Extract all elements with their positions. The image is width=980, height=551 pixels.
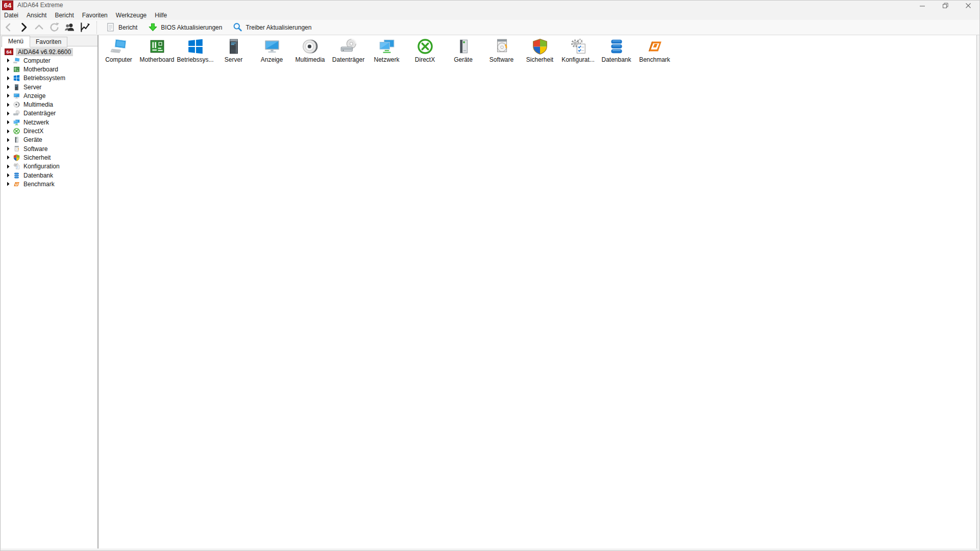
users-button[interactable] — [62, 21, 77, 34]
chevron-right-icon[interactable] — [6, 129, 11, 134]
tree-item-directx[interactable]: DirectX — [1, 127, 97, 135]
tree-item-software[interactable]: Software — [1, 144, 97, 153]
driver-updates-button[interactable]: Treiber Aktualisierungen — [229, 21, 315, 34]
aida64-logo-icon: 64 — [2, 1, 13, 10]
menu-item-datei[interactable]: Datei — [0, 11, 22, 20]
tree-item-label: Software — [23, 145, 47, 153]
main-item-software[interactable]: Software — [482, 37, 521, 63]
menu-item-ansicht[interactable]: Ansicht — [22, 11, 51, 20]
refresh-button[interactable] — [46, 21, 62, 34]
chevron-right-icon[interactable] — [6, 172, 11, 178]
main-item-betriebssystem[interactable]: Betriebssys... — [176, 37, 214, 63]
directx-icon — [13, 128, 20, 135]
tree-item-geraete[interactable]: Geräte — [1, 136, 97, 144]
main-item-label: Konfigurat... — [561, 56, 595, 63]
tree-item-datenbank[interactable]: Datenbank — [1, 171, 97, 180]
benchmark-icon — [646, 38, 664, 55]
chevron-right-icon[interactable] — [6, 76, 11, 81]
toolbar-separator — [96, 21, 97, 34]
chevron-right-icon[interactable] — [6, 111, 11, 116]
bios-updates-button[interactable]: BIOS Aktualisierungen — [144, 21, 226, 34]
users-icon — [64, 22, 75, 33]
main-item-motherboard[interactable]: Motherboard — [138, 37, 176, 63]
security-shield-icon — [13, 154, 20, 161]
main-item-geraete[interactable]: Geräte — [444, 37, 482, 63]
tree-item-datentraeger[interactable]: Datenträger — [1, 109, 97, 118]
tree-item-anzeige[interactable]: Anzeige — [1, 91, 97, 100]
tree-item-betriebssystem[interactable]: Betriebssystem — [1, 74, 97, 83]
motherboard-icon — [13, 66, 20, 73]
app-window: 64 AIDA64 Extreme Datei Ansicht Bericht … — [0, 0, 980, 551]
navigation-tree: 64 AIDA64 v6.92.6600 Computer Motherboar… — [1, 46, 97, 188]
chevron-right-icon[interactable] — [6, 58, 11, 63]
window-title: AIDA64 Extreme — [17, 0, 63, 11]
chevron-right-icon[interactable] — [6, 164, 11, 169]
back-button[interactable] — [1, 21, 16, 34]
menu-item-werkzeuge[interactable]: Werkzeuge — [112, 11, 151, 20]
tab-favoriten[interactable]: Favoriten — [30, 37, 67, 47]
menu-item-hilfe[interactable]: Hilfe — [151, 11, 171, 20]
chevron-right-icon[interactable] — [6, 84, 11, 90]
tree-item-aida64-root[interactable]: 64 AIDA64 v6.92.6600 — [1, 47, 97, 56]
main-item-sicherheit[interactable]: Sicherheit — [521, 37, 559, 63]
devices-icon — [13, 136, 20, 143]
main-item-multimedia[interactable]: Multimedia — [291, 37, 329, 63]
chevron-right-icon[interactable] — [6, 102, 11, 108]
main-item-netzwerk[interactable]: Netzwerk — [368, 37, 406, 63]
main-item-label: Software — [489, 56, 513, 63]
bios-updates-label: BIOS Aktualisierungen — [161, 24, 222, 31]
tree-item-server[interactable]: Server — [1, 83, 97, 91]
chevron-right-icon[interactable] — [6, 137, 11, 143]
trend-chart-icon — [80, 22, 90, 33]
main-item-anzeige[interactable]: Anzeige — [253, 37, 291, 63]
menu-bar: Datei Ansicht Bericht Favoriten Werkzeug… — [0, 11, 980, 20]
tab-menu[interactable]: Menü — [2, 36, 30, 47]
main-item-konfiguration[interactable]: Konfigurat... — [559, 37, 597, 63]
sensor-graph-button[interactable] — [77, 21, 92, 34]
chevron-right-icon[interactable] — [6, 93, 11, 98]
menu-item-favoriten[interactable]: Favoriten — [78, 11, 112, 20]
restore-icon — [942, 3, 948, 9]
tree-item-label: Netzwerk — [23, 119, 49, 126]
tree-item-sicherheit[interactable]: Sicherheit — [1, 153, 97, 162]
tree-item-konfiguration[interactable]: Konfiguration — [1, 162, 97, 171]
tree-item-label: Computer — [23, 57, 51, 64]
tree-item-label: Konfiguration — [23, 163, 60, 170]
main-item-computer[interactable]: Computer — [100, 37, 138, 63]
main-item-benchmark[interactable]: Benchmark — [635, 37, 674, 63]
tree-item-computer[interactable]: Computer — [1, 56, 97, 65]
restore-button[interactable] — [934, 1, 957, 11]
tree-item-label: Anzeige — [23, 92, 45, 99]
report-button-label: Bericht — [118, 24, 137, 31]
database-icon — [13, 172, 20, 179]
tree-item-netzwerk[interactable]: Netzwerk — [1, 118, 97, 127]
main-item-label: Sicherheit — [526, 56, 553, 63]
main-item-label: Datenträger — [332, 56, 364, 63]
tree-root-label: AIDA64 v6.92.6600 — [16, 48, 73, 56]
menu-item-bericht[interactable]: Bericht — [51, 11, 78, 20]
close-button[interactable] — [957, 1, 979, 11]
tree-item-benchmark[interactable]: Benchmark — [1, 180, 97, 188]
server-icon — [225, 38, 242, 55]
security-shield-icon — [531, 38, 549, 55]
chevron-right-icon[interactable] — [6, 66, 11, 72]
main-item-datentraeger[interactable]: Datenträger — [329, 37, 368, 63]
tree-item-motherboard[interactable]: Motherboard — [1, 65, 97, 73]
report-button[interactable]: Bericht — [102, 21, 141, 34]
back-icon — [3, 22, 14, 33]
tree-item-multimedia[interactable]: Multimedia — [1, 100, 97, 109]
main-item-directx[interactable]: DirectX — [406, 37, 444, 63]
main-item-server[interactable]: Server — [214, 37, 253, 63]
network-icon — [378, 38, 396, 55]
minimize-button[interactable] — [911, 1, 934, 11]
title-bar: 64 AIDA64 Extreme — [0, 0, 980, 11]
chevron-right-icon[interactable] — [6, 181, 11, 187]
forward-button[interactable] — [16, 21, 31, 34]
database-icon — [608, 38, 625, 55]
main-item-datenbank[interactable]: Datenbank — [597, 37, 635, 63]
chevron-right-icon[interactable] — [6, 155, 11, 160]
chevron-right-icon[interactable] — [6, 146, 11, 152]
up-button[interactable] — [31, 21, 46, 34]
chevron-right-icon[interactable] — [6, 119, 11, 125]
tree-item-label: Datenträger — [23, 110, 56, 117]
